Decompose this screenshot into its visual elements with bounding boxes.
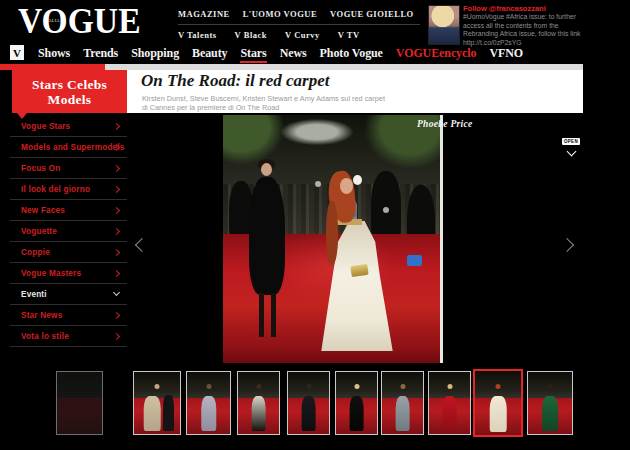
photo-phoebe-hair-strand <box>326 201 338 265</box>
next-photo-button[interactable] <box>560 238 574 252</box>
link-v-black[interactable]: V Black <box>235 30 267 40</box>
sidebar-nav: Vogue Stars Models and Supermodels Focus… <box>10 116 127 347</box>
photo-phoebe-head <box>340 178 353 194</box>
sidebar-item-vogue-masters[interactable]: Vogue Masters <box>10 263 127 284</box>
masthead-links: MAGAZINE L'UOMO VOGUE VOGUE GIOIELLO V T… <box>178 6 420 43</box>
sidebar-item-voguette[interactable]: Voguette <box>10 221 127 242</box>
sidebar-item-models-and-supermodels[interactable]: Models and Supermodels <box>10 137 127 158</box>
nav-home-v[interactable]: V <box>10 45 24 60</box>
thumb-figure <box>442 396 457 431</box>
article-header-panel: On The Road: il red carpet Kirsten Dunst… <box>127 70 583 113</box>
vogue-logo[interactable]: VOGUE <box>18 2 141 42</box>
gallery-photo[interactable] <box>223 115 443 363</box>
subtitle-line2: di Cannes per la premiere di On The Road <box>142 103 385 112</box>
sidebar-item-focus-on[interactable]: Focus On <box>10 158 127 179</box>
vogue-logo-italia: ITALIA <box>44 18 60 23</box>
sidebar-item-star-news[interactable]: Star News <box>10 305 127 326</box>
section-badge-stars-celebs-models[interactable]: Stars Celebs Models <box>12 70 127 113</box>
link-vogue-gioiello[interactable]: VOGUE GIOIELLO <box>330 9 414 19</box>
main-nav-item-shopping[interactable]: Shopping <box>131 46 179 63</box>
photo-leg <box>271 293 276 337</box>
nav-item-label: News <box>280 46 307 60</box>
sidebar-item-label: New Faces <box>21 206 65 215</box>
thumb-head <box>548 384 553 389</box>
photo-phoebe-fascinator <box>353 175 362 185</box>
main-nav-item-vogueencyclo[interactable]: VOGUEencyclo <box>396 46 477 63</box>
main-nav-item-photo-vogue[interactable]: Photo Vogue <box>320 46 383 63</box>
page-title: On The Road: il red carpet <box>141 71 329 91</box>
chevron-right-icon <box>113 165 120 172</box>
main-nav-item-vfno[interactable]: VFNO <box>489 46 523 63</box>
thumb-head <box>306 384 311 389</box>
thumb-head <box>447 384 452 389</box>
filmstrip-thumbnail-10[interactable] <box>527 371 573 435</box>
thumb-figure <box>251 396 266 431</box>
twitter-follow-link[interactable]: Follow @francasozzani <box>463 4 603 13</box>
tweet-text-line3: Rebranding Africa issue, follow this lin… <box>463 30 603 39</box>
filmstrip-thumbnail-2[interactable] <box>133 371 181 435</box>
filmstrip-thumbnail-8[interactable] <box>428 371 471 435</box>
chevron-right-icon <box>113 207 120 214</box>
photo-caption: Phoebe Price <box>417 119 473 129</box>
filmstrip-thumbnail-5[interactable] <box>287 371 330 435</box>
nav-item-label: VFNO <box>489 46 523 60</box>
chevron-down-icon <box>566 147 576 157</box>
nav-item-label: Beauty <box>192 46 227 60</box>
link-v-talents[interactable]: V Talents <box>178 30 217 40</box>
filmstrip-thumbnail-3[interactable] <box>186 371 231 435</box>
thumbnail-filmstrip <box>0 368 630 442</box>
main-nav-item-stars[interactable]: Stars <box>240 46 266 63</box>
badge-line2: Models <box>48 92 92 107</box>
nav-item-label: Shows <box>38 46 70 60</box>
nav-item-label: Trends <box>83 46 118 60</box>
sidebar-item-label: Voguette <box>21 227 57 236</box>
sidebar-item-eventi[interactable]: Eventi <box>10 284 127 305</box>
sidebar-item-label: Eventi <box>21 290 47 299</box>
photo-foliage-left <box>223 115 285 165</box>
photo-blue-stool <box>407 255 422 266</box>
thumb-head <box>354 384 359 389</box>
main-nav-item-trends[interactable]: Trends <box>83 46 118 63</box>
filmstrip-thumbnail-9[interactable] <box>473 369 523 437</box>
thumb-head <box>256 384 261 389</box>
sidebar-item-label: Vota lo stile <box>21 332 69 341</box>
link-v-tv[interactable]: V TV <box>338 30 360 40</box>
main-nav-item-beauty[interactable]: Beauty <box>192 46 227 63</box>
sidebar-item-label: Coppie <box>21 248 50 257</box>
filmstrip-thumbnail-6[interactable] <box>335 371 378 435</box>
thumb-head <box>400 384 405 389</box>
photo-gold-clutch <box>350 264 368 277</box>
masthead-links-row1: MAGAZINE L'UOMO VOGUE VOGUE GIOIELLO <box>178 6 420 22</box>
sidebar-item-il-look-del-giorno[interactable]: Il look del giorno <box>10 179 127 200</box>
open-control[interactable]: OPEN <box>560 129 582 155</box>
chevron-right-icon <box>113 186 120 193</box>
sidebar-item-new-faces[interactable]: New Faces <box>10 200 127 221</box>
photo-woman-in-black-head <box>261 163 272 176</box>
chevron-right-icon <box>113 123 120 130</box>
filmstrip-thumbnail-7[interactable] <box>381 371 424 435</box>
subtitle-line1: Kirsten Dunst, Steve Buscemi, Kristen St… <box>142 94 385 103</box>
link-v-curvy[interactable]: V Curvy <box>285 30 320 40</box>
main-nav-item-news[interactable]: News <box>280 46 307 63</box>
filmstrip-thumbnail-1[interactable] <box>56 371 103 435</box>
badge-line1: Stars Celebs <box>32 77 107 92</box>
twitter-avatar[interactable] <box>428 5 460 45</box>
twitter-card: Follow @francasozzani #UomoVogue #Africa… <box>428 4 603 47</box>
filmstrip-thumbnail-4[interactable] <box>237 371 280 435</box>
photo-sky-patch <box>281 119 353 145</box>
thumb-head <box>206 384 211 389</box>
thumb-head <box>496 384 501 389</box>
link-luomo-vogue[interactable]: L'UOMO VOGUE <box>243 9 317 19</box>
sidebar-item-vogue-stars[interactable]: Vogue Stars <box>10 116 127 137</box>
prev-photo-button[interactable] <box>135 238 149 252</box>
nav-item-label: Stars <box>240 46 266 60</box>
link-magazine[interactable]: MAGAZINE <box>178 9 230 19</box>
masthead-links-row2: V Talents V Black V Curvy V TV <box>178 24 420 43</box>
sidebar-item-label: Vogue Stars <box>21 122 70 131</box>
thumb-figure <box>201 396 216 431</box>
sidebar-item-label: Star News <box>21 311 62 320</box>
sidebar-item-coppie[interactable]: Coppie <box>10 242 127 263</box>
main-nav-item-shows[interactable]: Shows <box>38 46 70 63</box>
sidebar-item-vota-lo-stile[interactable]: Vota lo stile <box>10 326 127 347</box>
sidebar-item-label: Il look del giorno <box>21 185 90 194</box>
